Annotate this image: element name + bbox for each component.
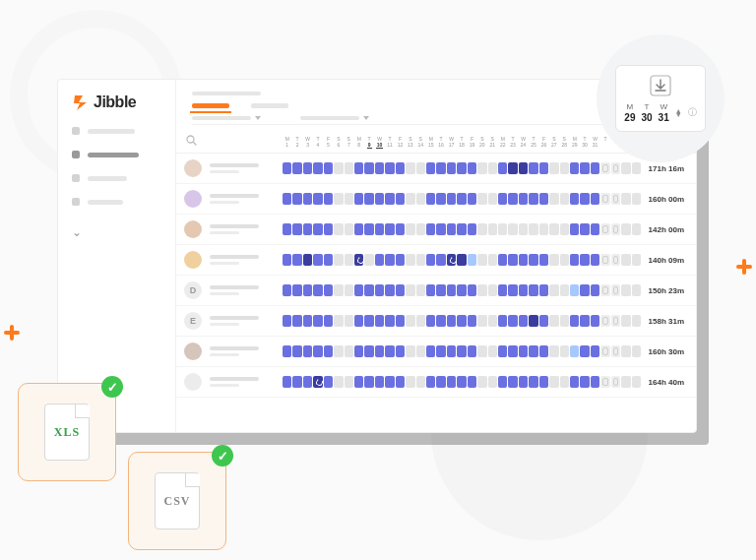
day-cell[interactable] bbox=[591, 284, 599, 296]
day-cell[interactable] bbox=[529, 284, 537, 296]
day-cell[interactable] bbox=[488, 193, 497, 205]
day-header[interactable]: M1 bbox=[283, 137, 291, 149]
day-cell[interactable] bbox=[529, 193, 537, 205]
day-cell[interactable] bbox=[385, 284, 394, 296]
day-cell[interactable] bbox=[580, 376, 589, 388]
day-cell[interactable] bbox=[477, 345, 486, 357]
day-cell[interactable] bbox=[591, 345, 599, 357]
day-header[interactable]: T18 bbox=[457, 137, 466, 149]
day-cell[interactable] bbox=[313, 223, 322, 235]
day-cell[interactable] bbox=[375, 254, 384, 266]
day-cell[interactable] bbox=[621, 284, 630, 296]
day-cell[interactable] bbox=[324, 345, 333, 357]
day-cell[interactable] bbox=[303, 376, 312, 388]
day-cell[interactable] bbox=[591, 315, 599, 327]
day-cell[interactable] bbox=[436, 345, 445, 357]
day-cell[interactable] bbox=[549, 193, 558, 205]
day-cell[interactable] bbox=[364, 376, 373, 388]
day-cell[interactable] bbox=[600, 284, 609, 296]
day-header[interactable]: W17 bbox=[447, 137, 456, 149]
day-cell[interactable] bbox=[621, 193, 630, 205]
day-header[interactable]: F19 bbox=[468, 137, 476, 149]
day-cell[interactable] bbox=[447, 193, 456, 205]
day-cell[interactable] bbox=[468, 254, 476, 266]
day-cell[interactable] bbox=[385, 315, 394, 327]
day-header[interactable]: S27 bbox=[549, 137, 558, 149]
export-csv-badge[interactable]: CSV ✓ bbox=[128, 452, 226, 550]
day-cell[interactable] bbox=[436, 376, 445, 388]
day-cell[interactable] bbox=[292, 376, 301, 388]
day-cell[interactable] bbox=[396, 193, 405, 205]
day-header[interactable]: F5 bbox=[324, 137, 333, 149]
day-cell[interactable] bbox=[283, 376, 291, 388]
day-cell[interactable] bbox=[426, 193, 435, 205]
day-header[interactable]: F26 bbox=[539, 137, 548, 149]
day-cell[interactable] bbox=[324, 315, 333, 327]
day-cell[interactable] bbox=[313, 193, 322, 205]
day-cell[interactable] bbox=[580, 193, 589, 205]
day-cell[interactable] bbox=[426, 376, 435, 388]
day-cell[interactable] bbox=[334, 193, 343, 205]
day-cell[interactable] bbox=[488, 315, 497, 327]
day-cell[interactable] bbox=[396, 345, 405, 357]
day-header[interactable]: F12 bbox=[396, 137, 405, 149]
day-cell[interactable] bbox=[375, 376, 384, 388]
day-cell[interactable] bbox=[508, 254, 517, 266]
day-cell[interactable] bbox=[283, 254, 291, 266]
day-header[interactable]: S14 bbox=[416, 137, 425, 149]
day-cell[interactable] bbox=[529, 254, 537, 266]
day-cell[interactable] bbox=[457, 315, 466, 327]
day-cell[interactable] bbox=[591, 376, 599, 388]
day-cell[interactable] bbox=[385, 376, 394, 388]
avatar[interactable] bbox=[184, 251, 202, 269]
filter-2[interactable] bbox=[300, 116, 369, 120]
day-cell[interactable] bbox=[600, 315, 609, 327]
day-header[interactable]: T30 bbox=[580, 137, 589, 149]
day-cell[interactable] bbox=[406, 376, 414, 388]
day-cell[interactable] bbox=[375, 315, 384, 327]
day-header[interactable]: S28 bbox=[560, 137, 569, 149]
day-cell[interactable] bbox=[632, 223, 641, 235]
day-cell[interactable] bbox=[498, 254, 507, 266]
day-cell[interactable] bbox=[345, 376, 353, 388]
day-cell[interactable] bbox=[416, 345, 425, 357]
day-cell[interactable] bbox=[313, 254, 322, 266]
day-cell[interactable] bbox=[611, 345, 620, 357]
day-cell[interactable] bbox=[334, 284, 343, 296]
day-cell[interactable] bbox=[447, 254, 456, 266]
avatar[interactable] bbox=[184, 159, 202, 177]
day-header[interactable]: S20 bbox=[477, 137, 486, 149]
day-cell[interactable] bbox=[549, 254, 558, 266]
day-cell[interactable] bbox=[539, 315, 548, 327]
day-cell[interactable] bbox=[396, 162, 405, 174]
day-cell[interactable] bbox=[396, 376, 405, 388]
sidebar-item-1[interactable] bbox=[72, 127, 161, 135]
export-xls-badge[interactable]: XLS ✓ bbox=[18, 383, 116, 481]
sort-icon[interactable]: ▲▼ bbox=[675, 107, 682, 118]
day-cell[interactable] bbox=[611, 284, 620, 296]
day-cell[interactable] bbox=[457, 345, 466, 357]
day-cell[interactable] bbox=[283, 284, 291, 296]
day-cell[interactable] bbox=[334, 162, 343, 174]
day-cell[interactable] bbox=[560, 284, 569, 296]
day-cell[interactable] bbox=[632, 345, 641, 357]
day-cell[interactable] bbox=[354, 376, 363, 388]
day-cell[interactable] bbox=[406, 345, 414, 357]
timesheet-row[interactable]: E158h 31m bbox=[176, 306, 696, 337]
day-cell[interactable] bbox=[508, 376, 517, 388]
day-header[interactable]: T4 bbox=[313, 137, 322, 149]
day-cell[interactable] bbox=[354, 223, 363, 235]
day-cell[interactable] bbox=[591, 162, 599, 174]
day-cell[interactable] bbox=[560, 193, 569, 205]
day-cell[interactable] bbox=[426, 223, 435, 235]
download-card[interactable]: M29 T30 W31 ▲▼ ⓘ bbox=[615, 65, 706, 132]
day-cell[interactable] bbox=[580, 284, 589, 296]
day-cell[interactable] bbox=[468, 284, 476, 296]
day-cell[interactable] bbox=[447, 376, 456, 388]
day-cell[interactable] bbox=[477, 223, 486, 235]
day-cell[interactable] bbox=[354, 284, 363, 296]
day-cell[interactable] bbox=[529, 345, 537, 357]
day-cell[interactable] bbox=[406, 284, 414, 296]
day-cell[interactable] bbox=[426, 162, 435, 174]
day-header[interactable]: M29 bbox=[570, 137, 579, 149]
